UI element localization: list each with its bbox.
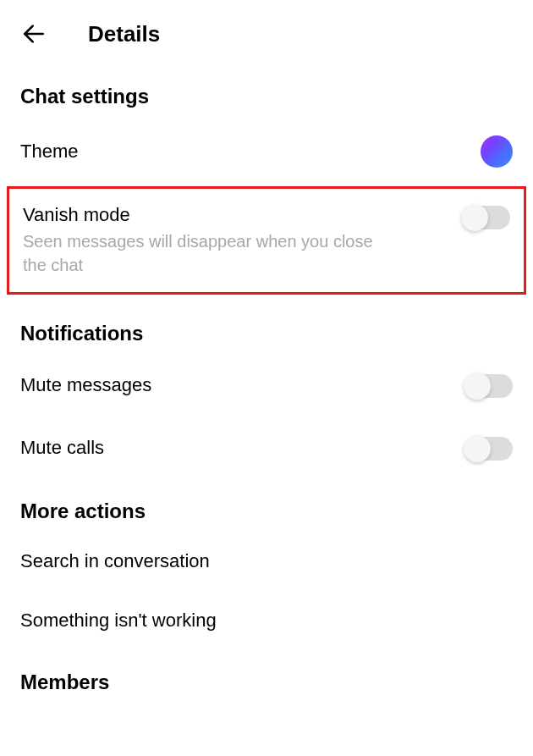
- arrow-left-icon: [20, 20, 47, 47]
- header: Details: [0, 0, 533, 64]
- section-header-members: Members: [0, 650, 533, 703]
- back-button[interactable]: [20, 20, 47, 47]
- section-header-notifications: Notifications: [0, 301, 533, 354]
- vanish-mode-sublabel: Seen messages will disappear when you cl…: [23, 229, 395, 277]
- mute-messages-row[interactable]: Mute messages: [0, 354, 533, 417]
- toggle-knob: [464, 435, 491, 462]
- vanish-mode-highlight: Vanish mode Seen messages will disappear…: [7, 186, 526, 295]
- theme-label: Theme: [20, 141, 481, 163]
- vanish-mode-row[interactable]: Vanish mode Seen messages will disappear…: [9, 189, 524, 292]
- something-not-working-row[interactable]: Something isn't working: [0, 591, 533, 650]
- page-title: Details: [88, 21, 160, 47]
- mute-calls-row[interactable]: Mute calls: [0, 417, 533, 479]
- toggle-knob: [461, 204, 488, 231]
- mute-calls-toggle[interactable]: [465, 437, 513, 461]
- vanish-mode-label: Vanish mode: [23, 204, 463, 226]
- mute-calls-label: Mute calls: [20, 437, 465, 459]
- theme-color-circle: [481, 135, 513, 168]
- search-conversation-row[interactable]: Search in conversation: [0, 532, 533, 591]
- mute-messages-label: Mute messages: [20, 374, 465, 396]
- theme-row[interactable]: Theme: [0, 117, 533, 186]
- section-header-more-actions: More actions: [0, 479, 533, 532]
- vanish-mode-toggle[interactable]: [463, 206, 510, 229]
- mute-messages-toggle[interactable]: [465, 374, 513, 398]
- section-header-chat-settings: Chat settings: [0, 64, 533, 117]
- toggle-knob: [464, 372, 491, 400]
